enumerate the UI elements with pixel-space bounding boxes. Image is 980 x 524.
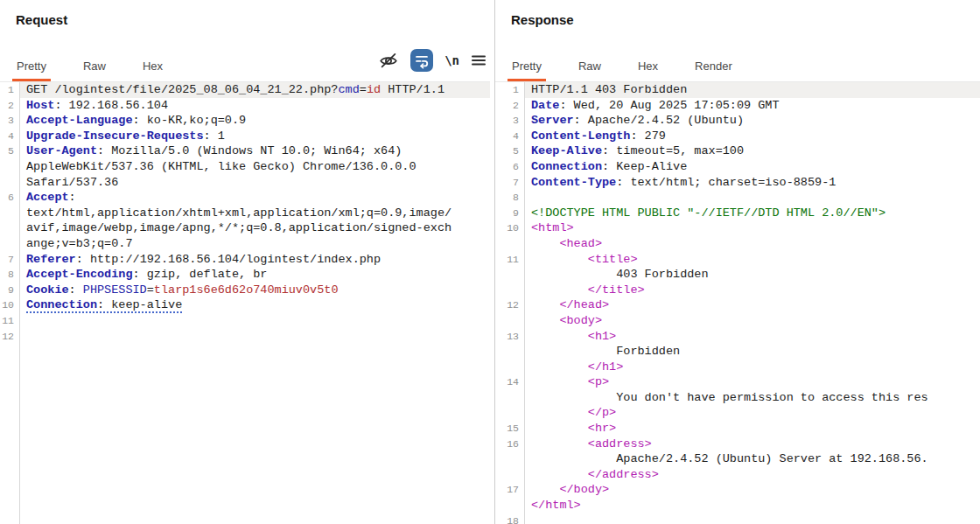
line-number: [495, 283, 524, 298]
tab-label: Raw: [83, 59, 106, 73]
code-text: [19, 498, 490, 514]
code-line: [0, 467, 490, 483]
line-number: 5: [0, 143, 19, 159]
code-text: [19, 514, 490, 524]
code-text: [19, 482, 490, 498]
code-line: <body>: [495, 313, 980, 329]
line-number: [495, 344, 524, 360]
request-tab-raw[interactable]: Raw: [79, 53, 110, 81]
request-panel: Request: [0, 0, 490, 524]
code-text: GET /logintest/file/2025_08_06_04_21_22.…: [19, 82, 490, 98]
code-line: 17 </body>: [495, 482, 980, 498]
code-line: 15 <hr>: [495, 421, 980, 437]
code-text: User-Agent: Mozilla/5.0 (Windows NT 10.0…: [19, 143, 490, 159]
code-line: [0, 482, 490, 498]
line-number: [495, 451, 524, 467]
line-number: [495, 405, 524, 421]
line-number: 3: [495, 113, 524, 129]
code-text: You don't have permission to access this…: [524, 390, 980, 406]
code-line: 4Upgrade-Insecure-Requests: 1: [0, 129, 490, 144]
code-line: [0, 344, 490, 360]
tab-label: Hex: [143, 59, 163, 73]
request-tabbar: Pretty Raw Hex: [0, 53, 490, 82]
line-number: 12: [495, 297, 524, 313]
code-line: text/html,application/xhtml+xml,applicat…: [0, 206, 490, 221]
code-line: 16 <address>: [495, 437, 980, 452]
line-number: [495, 236, 524, 252]
code-text: [19, 313, 490, 329]
line-number: 17: [495, 482, 524, 498]
request-tab-hex[interactable]: Hex: [138, 53, 167, 81]
line-number: [495, 267, 524, 283]
line-number: [0, 374, 19, 390]
response-tab-raw[interactable]: Raw: [574, 53, 606, 81]
code-line: 1GET /logintest/file/2025_08_06_04_21_22…: [0, 82, 490, 98]
code-text: Accept:: [19, 190, 490, 206]
code-line: You don't have permission to access this…: [495, 390, 980, 406]
code-line: 4Content-Length: 279: [495, 129, 980, 144]
code-text: [19, 437, 490, 452]
response-tab-pretty[interactable]: Pretty: [508, 53, 546, 81]
code-line: 403 Forbidden: [495, 267, 980, 283]
tab-label: Raw: [578, 59, 601, 73]
dotted-underline-text: Connection: keep-alive: [26, 298, 182, 313]
line-number: 5: [495, 143, 524, 159]
code-text: </head>: [524, 297, 980, 313]
code-text: [19, 405, 490, 421]
response-tab-hex[interactable]: Hex: [634, 53, 662, 81]
code-text: <hr>: [524, 421, 980, 437]
line-number: 6: [495, 159, 524, 175]
line-number: [0, 220, 19, 236]
code-text: <body>: [524, 313, 980, 329]
code-text: <!DOCTYPE HTML PUBLIC "-//IETF//DTD HTML…: [524, 206, 980, 221]
response-tab-render[interactable]: Render: [690, 53, 737, 81]
code-text: <h1>: [524, 329, 980, 345]
code-text: 403 Forbidden: [524, 267, 980, 283]
line-number: 7: [0, 252, 19, 268]
code-line: avif,image/webp,image/apng,*/*;q=0.8,app…: [0, 220, 490, 236]
line-number: 18: [495, 514, 524, 524]
line-number: 6: [0, 190, 19, 206]
code-line: Apache/2.4.52 (Ubuntu) Server at 192.168…: [495, 451, 980, 467]
code-text: avif,image/webp,image/apng,*/*;q=0.8,app…: [19, 220, 490, 236]
code-line: [0, 405, 490, 421]
code-line: 13 <h1>: [495, 329, 980, 345]
line-number: 15: [495, 421, 524, 437]
line-number: [0, 467, 19, 483]
response-panel-title: Response: [511, 12, 574, 27]
code-line: 3Accept-Language: ko-KR,ko;q=0.9: [0, 113, 490, 129]
line-number: 9: [0, 283, 19, 298]
code-line: </html>: [495, 498, 980, 514]
line-number: [0, 390, 19, 406]
code-line: 12 </head>: [495, 297, 980, 313]
line-number: 12: [0, 329, 19, 345]
line-number: [0, 405, 19, 421]
line-number: [0, 236, 19, 252]
code-line: </title>: [495, 283, 980, 298]
code-line: 5User-Agent: Mozilla/5.0 (Windows NT 10.…: [0, 143, 490, 159]
code-text: Forbidden: [524, 344, 980, 360]
code-line: 5Keep-Alive: timeout=5, max=100: [495, 143, 980, 159]
code-text: ange;v=b3;q=0.7: [19, 236, 490, 252]
code-text: Content-Length: 279: [524, 129, 980, 144]
code-text: </body>: [524, 482, 980, 498]
line-number: [495, 467, 524, 483]
line-number: 16: [495, 437, 524, 452]
request-tab-pretty[interactable]: Pretty: [12, 53, 51, 81]
line-number: [0, 482, 19, 498]
line-number: [0, 360, 19, 375]
code-line: 10<html>: [495, 220, 980, 236]
line-number: 7: [495, 175, 524, 191]
code-text: Date: Wed, 20 Aug 2025 17:05:09 GMT: [524, 98, 980, 114]
line-number: 8: [0, 267, 19, 283]
response-editor[interactable]: 1HTTP/1.1 403 Forbidden2Date: Wed, 20 Au…: [495, 82, 980, 524]
code-line: 6Accept:: [0, 190, 490, 206]
line-number: [0, 159, 19, 175]
line-number: [495, 313, 524, 329]
code-line: [0, 498, 490, 514]
request-editor[interactable]: 1GET /logintest/file/2025_08_06_04_21_22…: [0, 82, 490, 524]
code-line: [0, 374, 490, 390]
line-number: [0, 344, 19, 360]
code-line: </address>: [495, 467, 980, 483]
line-number: [495, 390, 524, 406]
